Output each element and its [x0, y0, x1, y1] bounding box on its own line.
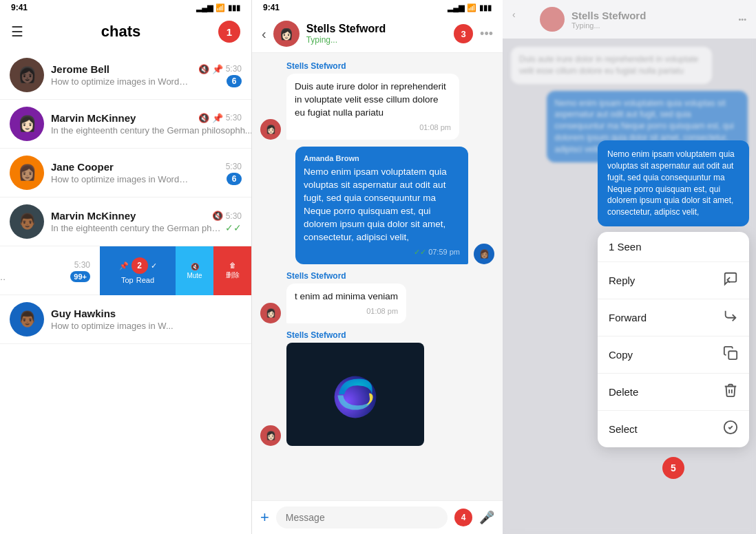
avatar-jerome: 👩🏿 [10, 58, 44, 92]
chat-time-jerome: 5:30 [226, 64, 242, 74]
chats-header: ☰ chats 1 [0, 15, 251, 51]
read-check-icon: ✓✓ [225, 222, 242, 233]
ctx-select-item[interactable]: Select [598, 411, 749, 447]
ctx-highlighted-message: Nemo enim ipsam voluptatem quia voluptas… [598, 140, 749, 226]
badge-5: 5 [662, 457, 684, 479]
ctx-contact-info: Stells Stefword Typing... [571, 10, 646, 30]
chats-title: chats [23, 23, 218, 41]
msg-bubble-received-1[interactable]: Duis aute irure dolor in reprehenderit i… [286, 74, 459, 140]
ctx-delete-icon [723, 383, 738, 401]
more-options-icon[interactable]: ••• [480, 27, 493, 41]
back-button[interactable]: ‹ [262, 26, 266, 42]
msg-time-1: 01:08 pm [295, 122, 451, 133]
msg-avatar-stells-3: 👩🏻 [260, 425, 281, 446]
swipe-btn-top-read[interactable]: 📌 2 ✓ Top Read [100, 246, 176, 295]
ctx-bg-bubble-1: Duis aute irure dolor in reprehenderit i… [511, 47, 712, 84]
chat-preview-guy: How to optimize images in W... [51, 321, 174, 331]
msg-sender-name-4: Stells Stefword [286, 330, 424, 340]
chat-list: 👩🏿 Jerome Bell 🔇 📌 5:30 How to optimize … [0, 51, 251, 534]
badge-4: 4 [454, 509, 472, 526]
msg-time-3: 01:08 pm [295, 306, 398, 317]
mute-icon-marvin1: 🔇 [198, 113, 209, 123]
chat-name-marvin1: Marvin McKinney [51, 112, 136, 124]
message-input[interactable] [276, 506, 448, 528]
ctx-seen-label: 1 Seen [609, 241, 642, 253]
msg-image-content[interactable] [286, 343, 424, 446]
ctx-delete-label: Delete [609, 386, 638, 398]
chat-time-marvin1: 5:30 [226, 113, 242, 122]
swipe-btn-delete[interactable]: 🗑 删除 [213, 246, 251, 295]
status-icons-1: ▂▄▆ 📶 ▮▮▮ [196, 3, 240, 12]
swipe-btn-mute[interactable]: 🔇 Mute [176, 246, 213, 295]
avatar-marvin1: 👩🏻 [10, 107, 44, 141]
ctx-copy-icon [723, 345, 738, 364]
ctx-avatar [540, 7, 565, 32]
chat-name-jerome: Jerome Bell [51, 63, 109, 75]
ctx-forward-item[interactable]: Forward [598, 299, 749, 337]
battery-icon-1: ▮▮▮ [228, 3, 240, 12]
status-icons-2: ▂▄▆ 📶 ▮▮▮ [448, 3, 492, 12]
msg-image-1: 👩🏻 Stells Stefword [260, 330, 424, 446]
edge-logo-svg [328, 367, 383, 422]
conv-avatar: 👩🏻 [273, 21, 300, 47]
chat-item-jerome[interactable]: 👩🏿 Jerome Bell 🔇 📌 5:30 How to optimize … [0, 51, 251, 100]
msg-received-2: 👩🏻 Stells Stefword t enim ad minima veni… [260, 271, 406, 323]
ctx-reply-item[interactable]: Reply [598, 262, 749, 299]
conversation-header: ‹ 👩🏻 Stells Stefword Typing... 3 ••• [252, 15, 503, 53]
chat-preview-jane: How to optimize images in WordPress for.… [51, 174, 189, 184]
top-label: Top [121, 276, 134, 284]
wifi-icon-2: 📶 [467, 3, 476, 12]
chat-item-wrapper-guy: 👨🏾 Guy Hawkins How to optimize images in… [0, 295, 251, 344]
pin-swipe-icon: 📌 [119, 261, 129, 270]
conversation-panel: 9:41 ▂▄▆ 📶 ▮▮▮ ‹ 👩🏻 Stells Stefword Typi… [251, 0, 503, 534]
mute-label: Mute [187, 272, 202, 279]
msg-received-1: 👩🏻 Stells Stefword Duis aute irure dolor… [260, 61, 459, 140]
msg-bubble-received-2[interactable]: t enim ad minima veniam 01:08 pm [286, 284, 406, 323]
mute-swipe-icon: 🔇 [191, 263, 199, 270]
chat-item-guy[interactable]: 👨🏾 Guy Hawkins How to optimize images in… [0, 295, 251, 344]
chat-item-swiped[interactable]: 👩🏽 oper 5:30 mize images in WordPress...… [0, 246, 100, 295]
input-bar: + 4 🎤 [252, 500, 503, 534]
conv-contact-status: Typing... [306, 35, 447, 45]
chat-item-marvin2[interactable]: 👨🏾 Marvin McKinney 🔇 5:30 In the eightee… [0, 197, 251, 246]
mute-icon-marvin2: 🔇 [212, 211, 223, 221]
msg-bubble-wrapper-1: Stells Stefword Duis aute irure dolor in… [286, 61, 459, 140]
context-menu-overlay: Nemo enim ipsam voluptatem quia voluptas… [598, 140, 749, 479]
add-button[interactable]: + [260, 509, 269, 526]
chat-item-wrapper-swiped: 📌 2 ✓ Top Read 🔇 Mute 🗑 删除 [0, 246, 251, 295]
ctx-bg-msg-1: Duis aute irure dolor in reprehenderit i… [511, 47, 712, 84]
status-time-2: 9:41 [263, 3, 280, 12]
ctx-seen-item: 1 Seen [598, 232, 749, 262]
badge-1[interactable]: 1 [218, 21, 240, 43]
msg-bubble-sent-1[interactable]: Amanda Brown Nemo enim ipsam voluptatem … [295, 147, 468, 264]
chat-name-jane: Jane Cooper [51, 161, 114, 173]
msg-text-1: Duis aute irure dolor in reprehenderit i… [295, 81, 446, 118]
avatar-guy: 👨🏾 [10, 302, 44, 337]
chat-item-marvin1[interactable]: 👩🏻 Marvin McKinney 🔇 📌 5:30 In the eight… [0, 100, 251, 149]
wifi-icon-1: 📶 [216, 3, 225, 12]
ctx-copy-label: Copy [609, 349, 633, 361]
chat-badge-swiped: 99+ [70, 271, 90, 282]
ctx-copy-item[interactable]: Copy [598, 337, 749, 374]
chat-info-marvin2: Marvin McKinney 🔇 5:30 In the eighteenth… [51, 210, 242, 233]
chat-time-swiped: 5:30 [74, 260, 90, 270]
context-content: ‹ Stells Stefword Typing... ••• Duis aut… [503, 0, 756, 534]
msg-bubble-wrapper-4: Stells Stefword [286, 330, 424, 446]
chat-badge-jane: 6 [227, 173, 242, 185]
ctx-back-icon: ‹ [512, 9, 533, 30]
msg-sender-name-3: Stells Stefword [286, 271, 406, 281]
context-panel: ‹ Stells Stefword Typing... ••• Duis aut… [503, 0, 756, 534]
msg-text-2: Nemo enim ipsam voluptatem quia voluptas… [304, 167, 447, 242]
chat-list-panel: 9:41 ▂▄▆ 📶 ▮▮▮ ☰ chats 1 👩🏿 Jerome Bell … [0, 0, 251, 534]
mic-button[interactable]: 🎤 [479, 510, 494, 525]
status-bar-2: 9:41 ▂▄▆ 📶 ▮▮▮ [252, 0, 503, 15]
msg-time-2: ✓✓ 07:59 pm [304, 247, 460, 257]
badge-2: 2 [132, 257, 148, 274]
chat-info-marvin1: Marvin McKinney 🔇 📌 5:30 In the eighteen… [51, 112, 242, 136]
ctx-contact-status: Typing... [571, 21, 646, 30]
status-time-1: 9:41 [11, 3, 28, 12]
menu-icon[interactable]: ☰ [11, 23, 23, 40]
ctx-delete-item[interactable]: Delete [598, 374, 749, 411]
chat-item-jane[interactable]: 👩🏽 Jane Cooper 5:30 How to optimize imag… [0, 149, 251, 197]
ctx-reply-icon [723, 271, 738, 290]
